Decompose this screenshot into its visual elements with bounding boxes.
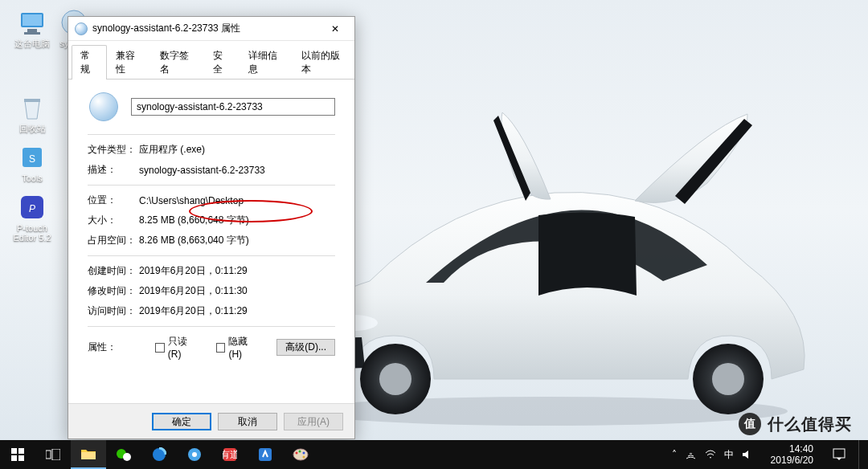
app1-button[interactable] [177,440,212,469]
svg-rect-9 [24,32,40,35]
svg-rect-23 [81,452,96,459]
value-disksize: 8.26 MB (8,663,040 字节) [139,234,249,247]
svg-rect-19 [11,455,17,461]
taskbar: 有道 ˄ 中 14:40 2019/6/20 [0,440,868,469]
file-type-icon [88,91,120,123]
filename-input[interactable] [131,98,335,116]
taskbar-right: ˄ 中 14:40 2019/6/20 [665,440,868,469]
tab-label: 以前的版本 [301,50,340,75]
chevron-up-icon: ˄ [672,449,677,460]
svg-point-25 [123,453,131,461]
tab-label: 兼容性 [116,50,135,75]
tab-signatures[interactable]: 数字签名 [151,45,204,80]
svg-rect-21 [46,451,51,459]
svg-point-33 [296,452,298,455]
svg-rect-8 [27,29,37,32]
browser-button[interactable] [141,440,177,469]
value-size: 8.25 MB (8,660,648 字节) [139,214,249,227]
app3-button[interactable] [248,440,283,469]
checkbox-hidden[interactable]: 隐藏(H) [216,335,261,360]
cancel-button[interactable]: 取消 [218,413,277,430]
value-accessed: 2019年6月20日，0:11:29 [139,304,248,318]
advanced-button[interactable]: 高级(D)... [276,339,335,356]
label-attributes: 属性： [88,341,139,354]
tab-label: 详细信息 [248,50,277,75]
tab-compatibility[interactable]: 兼容性 [107,45,151,80]
svg-rect-7 [23,14,42,26]
watermark: 值 什么值得买 [739,413,852,435]
dialog-buttons: 确定 取消 应用(A) [68,403,354,438]
tabs: 常规 兼容性 数字签名 安全 详细信息 以前的版本 [68,44,354,80]
watermark-logo: 值 [739,413,761,435]
start-button[interactable] [0,440,35,469]
ime-indicator[interactable]: 中 [724,448,734,462]
separator [88,185,335,186]
label-description: 描述： [88,163,139,177]
wifi-icon [705,449,716,460]
checkbox-icon [155,343,165,353]
notification-icon [833,448,845,461]
desktop-icon-recycle[interactable]: 回收站 [8,93,56,133]
close-icon: ✕ [331,23,339,35]
tab-label: 常规 [80,50,90,75]
svg-point-35 [303,452,305,455]
label-created: 创建时间： [88,264,139,278]
svg-rect-12 [24,99,40,102]
checkbox-icon [216,343,226,353]
titlebar[interactable]: synology-assistant-6.2-23733 属性 ✕ [68,17,354,41]
desktop-icon-this-pc[interactable]: 这台电脑 [8,8,56,48]
svg-point-2 [360,344,431,414]
tab-previous[interactable]: 以前的版本 [293,45,354,80]
explorer-button[interactable] [71,440,106,469]
value-created: 2019年6月20日，0:11:29 [139,264,248,278]
tab-security[interactable]: 安全 [204,45,240,80]
svg-point-36 [303,456,305,459]
tab-details[interactable]: 详细信息 [240,45,293,80]
desktop-icon-ptouch[interactable]: P P-touch Editor 5.2 [8,193,56,243]
label-disksize: 占用空间： [88,234,139,247]
icon-label: 这台电脑 [14,39,50,48]
desktop-icon-tools[interactable]: S Tools [8,143,56,183]
svg-rect-18 [18,448,24,454]
circle-icon [187,447,202,462]
checkbox-label: 隐藏(H) [228,335,260,360]
network-icon [685,449,697,461]
tools-icon: S [18,143,47,172]
folder-icon [80,447,96,460]
svg-point-3 [379,363,411,395]
checkbox-readonly[interactable]: 只读(R) [155,335,200,360]
tab-panel-general: 文件类型：应用程序 (.exe) 描述：synology-assistant-6… [68,80,354,403]
paint-button[interactable] [283,440,318,469]
systray[interactable]: ˄ 中 [665,440,760,469]
recycle-icon [18,93,47,122]
close-button[interactable]: ✕ [317,17,353,41]
wechat-icon [116,447,132,462]
desktop-icons: 这台电脑 synol... 回收站 S Tools P P-touch Edit… [8,8,56,243]
svg-text:有道: 有道 [223,449,237,460]
svg-text:P: P [29,203,35,214]
properties-dialog: synology-assistant-6.2-23733 属性 ✕ 常规 兼容性… [68,16,355,439]
clock-time: 14:40 [789,443,813,455]
icon-label: Tools [22,173,43,183]
label-location: 位置： [88,194,139,207]
ok-button[interactable]: 确定 [152,413,211,430]
taskbar-left: 有道 [0,440,318,469]
value-filetype: 应用程序 (.exe) [139,143,205,157]
wechat-button[interactable] [106,440,141,469]
icon-label: P-touch Editor 5.2 [13,223,51,243]
icon-label: 回收站 [19,124,46,133]
apply-button[interactable]: 应用(A) [284,413,343,430]
svg-point-4 [693,344,764,414]
dialog-title: synology-assistant-6.2-23733 属性 [92,22,317,35]
separator [88,326,335,327]
svg-point-34 [299,451,301,453]
clock[interactable]: 14:40 2019/6/20 [764,440,820,469]
label-size: 大小： [88,214,139,227]
show-desktop-button[interactable] [858,440,863,469]
browser-icon [152,447,166,462]
app2-button[interactable]: 有道 [212,440,248,469]
tab-general[interactable]: 常规 [72,45,107,80]
taskview-button[interactable] [35,440,71,469]
value-description: synology-assistant-6.2-23733 [139,165,265,176]
notifications-button[interactable] [825,440,854,469]
